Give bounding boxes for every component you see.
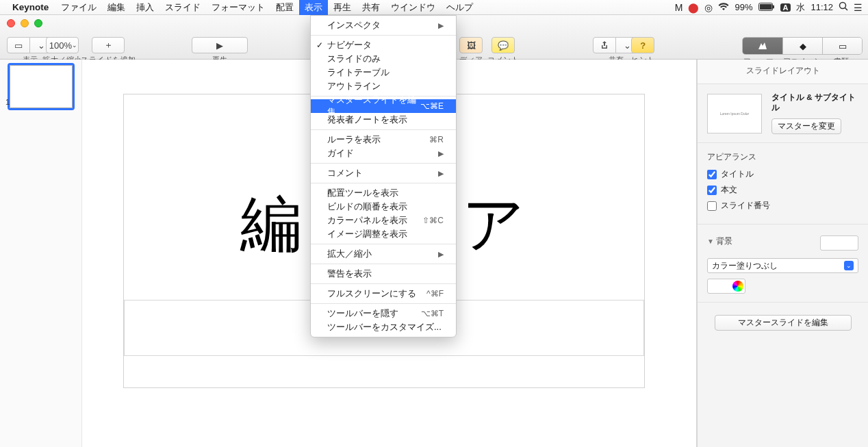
menu-customize-toolbar-label: ツールバーをカスタマイズ...: [327, 321, 442, 333]
view-mode-button[interactable]: ▭: [7, 37, 30, 53]
background-section: 背景 カラー塗りつぶし⌄: [698, 225, 868, 303]
inspector-panel: スライドレイアウト Lorem Ipsum Dolor タイトル & サブタイト…: [697, 60, 868, 447]
menu-navigator-label: ナビゲータ: [327, 39, 372, 51]
menu-fullscreen[interactable]: フルスクリーンにする^⌘F: [311, 287, 456, 301]
menu-lighttable-label: ライトテーブル: [327, 66, 390, 79]
menu-slide[interactable]: スライド: [159, 0, 206, 15]
menu-comments[interactable]: コメント▶: [311, 166, 456, 180]
menu-separator: [311, 264, 456, 264]
wifi-icon[interactable]: [718, 2, 729, 13]
svg-rect-1: [760, 4, 772, 10]
title-checkbox[interactable]: [707, 170, 717, 179]
menubar-clock[interactable]: 11:12: [810, 2, 833, 12]
app-name[interactable]: Keynote: [12, 2, 49, 12]
fill-color-well[interactable]: [707, 279, 745, 294]
menu-ruler[interactable]: ルーラを表示⌘R: [311, 133, 456, 146]
menu-hide-toolbar[interactable]: ツールバーを隠す⌥⌘T: [311, 307, 456, 320]
menu-format[interactable]: フォーマット: [206, 0, 270, 15]
layout-section: Lorem Ipsum Dolor タイトル & サブタイトル マスターを変更: [698, 84, 868, 143]
submenu-arrow-icon: ▶: [438, 250, 444, 259]
menu-fullscreen-shortcut: ^⌘F: [426, 289, 444, 298]
menu-outline[interactable]: アウトライン: [311, 79, 456, 93]
background-swatch[interactable]: [820, 235, 858, 251]
menu-color-panel[interactable]: カラーパネルを表示⇧⌘C: [311, 214, 456, 227]
menu-image-adjust-label: イメージ調整を表示: [327, 228, 407, 240]
status-icon-2[interactable]: ◎: [704, 2, 713, 13]
menu-color-panel-shortcut: ⇧⌘C: [422, 216, 444, 225]
menu-edit-master-shortcut: ⌥⌘E: [420, 101, 444, 111]
tab-format[interactable]: [743, 38, 782, 54]
slide-thumbnail-1[interactable]: [10, 65, 73, 108]
menu-build-order-label: ビルドの順番を表示: [327, 201, 407, 213]
gmail-icon[interactable]: M: [675, 2, 683, 13]
menu-edit[interactable]: 編集: [102, 0, 131, 15]
play-button[interactable]: ▶: [192, 37, 248, 53]
tab-animation[interactable]: ◆: [782, 38, 822, 54]
menubar-day[interactable]: 水: [796, 1, 805, 14]
menu-warnings[interactable]: 警告を表示: [311, 267, 456, 281]
slide-title-fragment-left: 編: [240, 183, 305, 266]
input-source-icon[interactable]: A: [780, 3, 791, 12]
menu-arrange[interactable]: 配置: [270, 0, 299, 15]
share-button[interactable]: [593, 37, 616, 53]
menu-help[interactable]: ヘルプ: [441, 0, 478, 15]
zoom-dropdown[interactable]: 100%⌄: [46, 37, 79, 53]
media-button[interactable]: 🖼: [459, 37, 483, 53]
menu-inspector[interactable]: インスペクタ▶: [311, 18, 456, 32]
close-window-button[interactable]: [7, 19, 15, 27]
menu-share[interactable]: 共有: [357, 0, 385, 15]
menu-separator: [311, 183, 456, 183]
add-slide-button[interactable]: ＋: [92, 37, 125, 53]
menu-customize-toolbar[interactable]: ツールバーをカスタマイズ...: [311, 320, 456, 334]
zoom-value: 100%: [49, 40, 72, 51]
appearance-label: アピアランス: [707, 151, 858, 163]
menu-lighttable[interactable]: ライトテーブル: [311, 66, 456, 79]
zoom-window-button[interactable]: [34, 19, 42, 27]
menu-separator: [311, 283, 456, 284]
body-checkbox-row[interactable]: 本文: [707, 184, 858, 196]
menu-slideonly[interactable]: スライドのみ: [311, 52, 456, 66]
svg-point-3: [840, 3, 846, 9]
comment-button[interactable]: 💬: [492, 37, 515, 53]
menu-layout-tools[interactable]: 配置ツールを表示: [311, 186, 456, 200]
title-checkbox-row[interactable]: タイトル: [707, 168, 858, 180]
menu-ruler-shortcut: ⌘R: [429, 135, 444, 144]
submenu-arrow-icon: ▶: [438, 169, 444, 178]
menu-build-order[interactable]: ビルドの順番を表示: [311, 200, 456, 214]
status-icon-1[interactable]: ⬤: [688, 2, 699, 13]
notification-center-icon[interactable]: ☰: [854, 2, 863, 13]
svg-rect-2: [773, 5, 774, 8]
menu-color-panel-label: カラーパネルを表示: [327, 214, 407, 227]
slide-thumbnail-number: 1: [5, 98, 10, 106]
menu-presenter-notes[interactable]: 発表者ノートを表示: [311, 113, 456, 127]
minimize-window-button[interactable]: [21, 19, 29, 27]
body-checkbox[interactable]: [707, 186, 717, 195]
background-label[interactable]: 背景: [707, 235, 732, 247]
menu-comments-label: コメント: [327, 167, 363, 179]
menu-zoom[interactable]: 拡大／縮小▶: [311, 247, 456, 261]
edit-master-button[interactable]: マスタースライドを編集: [715, 315, 852, 331]
slidenum-checkbox-row[interactable]: スライド番号: [707, 200, 858, 212]
tips-button[interactable]: ?: [631, 37, 654, 53]
menu-play[interactable]: 再生: [328, 0, 357, 15]
tab-document[interactable]: ▭: [822, 38, 862, 54]
fill-type-select[interactable]: カラー塗りつぶし⌄: [707, 258, 858, 273]
slidenum-checkbox[interactable]: [707, 201, 717, 211]
battery-icon[interactable]: [758, 2, 775, 13]
menu-navigator[interactable]: ナビゲータ: [311, 38, 456, 52]
submenu-arrow-icon: ▶: [438, 149, 444, 158]
menu-view[interactable]: 表示: [299, 0, 328, 15]
menu-edit-master-slides[interactable]: マスタースライドを編集⌥⌘E: [311, 99, 456, 113]
menu-file[interactable]: ファイル: [55, 0, 102, 15]
change-master-button[interactable]: マスターを変更: [771, 118, 841, 134]
layout-preview-text: Lorem Ipsum Dolor: [720, 112, 750, 116]
menu-image-adjust[interactable]: イメージ調整を表示: [311, 227, 456, 241]
menu-guides[interactable]: ガイド▶: [311, 146, 456, 160]
spotlight-icon[interactable]: [839, 1, 848, 13]
layout-name: タイトル & サブタイトル: [771, 92, 858, 113]
slide-navigator[interactable]: 1: [0, 60, 82, 447]
menu-insert[interactable]: 挿入: [131, 0, 159, 15]
menu-ruler-label: ルーラを表示: [327, 133, 381, 146]
svg-line-4: [845, 8, 848, 11]
menu-window[interactable]: ウインドウ: [385, 0, 441, 15]
